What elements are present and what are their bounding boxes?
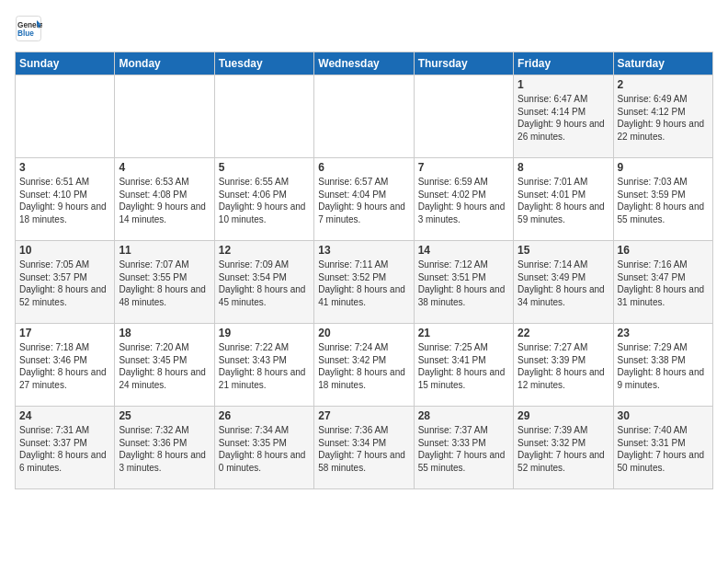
day-number: 20 [318,327,409,339]
day-number: 2 [618,78,709,91]
day-info: Sunrise: 7:20 AMSunset: 3:45 PMDaylight:… [119,341,210,391]
day-info: Sunrise: 7:24 AMSunset: 3:42 PMDaylight:… [318,341,409,391]
day-info: Sunrise: 6:53 AMSunset: 4:08 PMDaylight:… [119,176,210,225]
day-info: Sunrise: 6:59 AMSunset: 4:02 PMDaylight:… [418,176,509,225]
logo-icon: General Blue [15,15,42,42]
day-info: Sunrise: 7:07 AMSunset: 3:55 PMDaylight:… [119,259,210,308]
day-info: Sunrise: 7:14 AMSunset: 3:49 PMDaylight:… [518,259,609,308]
day-info: Sunrise: 7:39 AMSunset: 3:32 PMDaylight:… [518,424,609,474]
day-number: 16 [618,244,709,257]
day-number: 4 [119,161,210,174]
week-row-2: 3Sunrise: 6:51 AMSunset: 4:10 PMDaylight… [16,158,713,241]
header-monday: Monday [115,52,214,75]
day-info: Sunrise: 7:16 AMSunset: 3:47 PMDaylight:… [618,259,709,308]
day-cell: 16Sunrise: 7:16 AMSunset: 3:47 PMDayligh… [613,241,712,324]
day-info: Sunrise: 7:32 AMSunset: 3:36 PMDaylight:… [119,424,210,474]
day-cell [115,75,214,158]
day-cell: 30Sunrise: 7:40 AMSunset: 3:31 PMDayligh… [613,407,712,489]
day-number: 11 [119,244,210,257]
header-saturday: Saturday [613,52,712,75]
day-number: 18 [119,327,210,339]
day-info: Sunrise: 6:55 AMSunset: 4:06 PMDaylight:… [219,176,310,225]
logo: General Blue [15,15,46,42]
day-cell: 1Sunrise: 6:47 AMSunset: 4:14 PMDaylight… [514,75,613,158]
calendar-table: SundayMondayTuesdayWednesdayThursdayFrid… [15,52,713,489]
day-number: 13 [318,244,409,257]
day-info: Sunrise: 7:03 AMSunset: 3:59 PMDaylight:… [618,176,709,225]
day-number: 5 [219,161,310,174]
day-info: Sunrise: 7:37 AMSunset: 3:33 PMDaylight:… [418,424,509,474]
calendar-header-row: SundayMondayTuesdayWednesdayThursdayFrid… [16,52,713,75]
day-number: 6 [318,161,409,174]
day-cell: 23Sunrise: 7:29 AMSunset: 3:38 PMDayligh… [613,324,712,407]
day-cell: 15Sunrise: 7:14 AMSunset: 3:49 PMDayligh… [514,241,613,324]
day-info: Sunrise: 6:47 AMSunset: 4:14 PMDaylight:… [518,93,609,143]
week-row-4: 17Sunrise: 7:18 AMSunset: 3:46 PMDayligh… [16,324,713,407]
day-number: 28 [418,409,509,422]
day-number: 12 [219,244,310,257]
day-cell: 3Sunrise: 6:51 AMSunset: 4:10 PMDaylight… [16,158,115,241]
header-sunday: Sunday [16,52,115,75]
day-info: Sunrise: 7:22 AMSunset: 3:43 PMDaylight:… [219,341,310,391]
day-cell: 21Sunrise: 7:25 AMSunset: 3:41 PMDayligh… [414,324,513,407]
day-cell: 10Sunrise: 7:05 AMSunset: 3:57 PMDayligh… [16,241,115,324]
week-row-1: 1Sunrise: 6:47 AMSunset: 4:14 PMDaylight… [16,75,713,158]
day-cell [16,75,115,158]
day-info: Sunrise: 7:01 AMSunset: 4:01 PMDaylight:… [518,176,609,225]
day-info: Sunrise: 7:36 AMSunset: 3:34 PMDaylight:… [318,424,409,474]
day-cell: 4Sunrise: 6:53 AMSunset: 4:08 PMDaylight… [115,158,214,241]
day-info: Sunrise: 7:27 AMSunset: 3:39 PMDaylight:… [518,341,609,391]
day-cell: 11Sunrise: 7:07 AMSunset: 3:55 PMDayligh… [115,241,214,324]
day-cell: 9Sunrise: 7:03 AMSunset: 3:59 PMDaylight… [613,158,712,241]
day-number: 7 [418,161,509,174]
day-info: Sunrise: 7:18 AMSunset: 3:46 PMDaylight:… [19,341,110,391]
day-number: 8 [518,161,609,174]
day-number: 3 [19,161,110,174]
day-info: Sunrise: 7:12 AMSunset: 3:51 PMDaylight:… [418,259,509,308]
day-number: 15 [518,244,609,257]
day-info: Sunrise: 6:51 AMSunset: 4:10 PMDaylight:… [19,176,110,225]
day-number: 10 [19,244,110,257]
day-cell [314,75,414,158]
day-cell [414,75,513,158]
day-cell [214,75,313,158]
day-number: 30 [618,409,709,422]
week-row-5: 24Sunrise: 7:31 AMSunset: 3:37 PMDayligh… [16,407,713,489]
day-info: Sunrise: 7:25 AMSunset: 3:41 PMDaylight:… [418,341,509,391]
svg-text:Blue: Blue [17,29,34,38]
day-cell: 18Sunrise: 7:20 AMSunset: 3:45 PMDayligh… [115,324,214,407]
day-number: 19 [219,327,310,339]
day-cell: 22Sunrise: 7:27 AMSunset: 3:39 PMDayligh… [514,324,613,407]
day-number: 21 [418,327,509,339]
day-number: 26 [219,409,310,422]
header-tuesday: Tuesday [214,52,313,75]
day-cell: 13Sunrise: 7:11 AMSunset: 3:52 PMDayligh… [314,241,414,324]
day-number: 27 [318,409,409,422]
day-cell: 17Sunrise: 7:18 AMSunset: 3:46 PMDayligh… [16,324,115,407]
day-cell: 25Sunrise: 7:32 AMSunset: 3:36 PMDayligh… [115,407,214,489]
day-cell: 24Sunrise: 7:31 AMSunset: 3:37 PMDayligh… [16,407,115,489]
day-cell: 29Sunrise: 7:39 AMSunset: 3:32 PMDayligh… [514,407,613,489]
day-info: Sunrise: 7:31 AMSunset: 3:37 PMDaylight:… [19,424,110,474]
day-info: Sunrise: 7:05 AMSunset: 3:57 PMDaylight:… [19,259,110,308]
day-number: 22 [518,327,609,339]
day-number: 9 [618,161,709,174]
day-info: Sunrise: 7:34 AMSunset: 3:35 PMDaylight:… [219,424,310,474]
day-cell: 7Sunrise: 6:59 AMSunset: 4:02 PMDaylight… [414,158,513,241]
header-friday: Friday [514,52,613,75]
day-cell: 14Sunrise: 7:12 AMSunset: 3:51 PMDayligh… [414,241,513,324]
day-cell: 5Sunrise: 6:55 AMSunset: 4:06 PMDaylight… [214,158,313,241]
day-number: 14 [418,244,509,257]
day-info: Sunrise: 7:29 AMSunset: 3:38 PMDaylight:… [618,341,709,391]
day-number: 23 [618,327,709,339]
day-cell: 8Sunrise: 7:01 AMSunset: 4:01 PMDaylight… [514,158,613,241]
day-cell: 12Sunrise: 7:09 AMSunset: 3:54 PMDayligh… [214,241,313,324]
day-cell: 19Sunrise: 7:22 AMSunset: 3:43 PMDayligh… [214,324,313,407]
day-number: 17 [19,327,110,339]
day-info: Sunrise: 6:49 AMSunset: 4:12 PMDaylight:… [618,93,709,143]
day-number: 29 [518,409,609,422]
page-header: General Blue [15,15,713,42]
day-info: Sunrise: 7:11 AMSunset: 3:52 PMDaylight:… [318,259,409,308]
week-row-3: 10Sunrise: 7:05 AMSunset: 3:57 PMDayligh… [16,241,713,324]
header-thursday: Thursday [414,52,513,75]
